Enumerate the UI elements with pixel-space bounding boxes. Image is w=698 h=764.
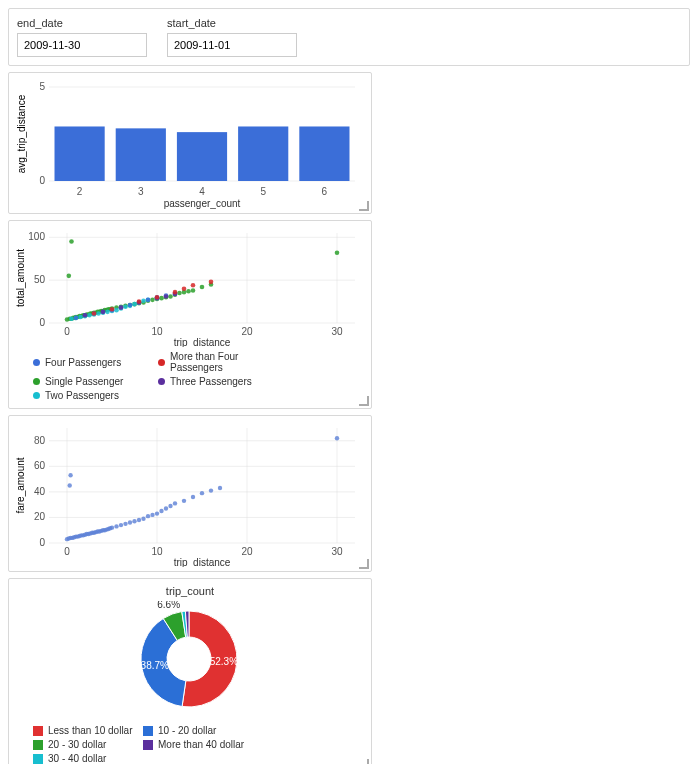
filter-end-date-input[interactable] bbox=[17, 33, 147, 57]
svg-text:60: 60 bbox=[34, 460, 46, 471]
scatter-multi-panel: 0501000102030total_amounttrip_distance F… bbox=[8, 220, 372, 409]
filter-end-date-label: end_date bbox=[17, 17, 147, 29]
svg-point-175 bbox=[132, 519, 136, 523]
resize-handle-icon[interactable] bbox=[359, 396, 369, 406]
svg-point-78 bbox=[335, 250, 340, 255]
svg-point-120 bbox=[155, 295, 160, 300]
svg-point-72 bbox=[186, 289, 191, 294]
svg-text:fare_amount: fare_amount bbox=[15, 457, 26, 513]
svg-point-79 bbox=[69, 316, 74, 321]
svg-text:0: 0 bbox=[64, 546, 70, 557]
scatter-fare-chart: 0204060800102030fare_amounttrip_distance bbox=[13, 422, 365, 567]
svg-point-70 bbox=[177, 291, 182, 296]
svg-point-187 bbox=[200, 491, 204, 495]
svg-text:100: 100 bbox=[28, 231, 45, 242]
svg-point-73 bbox=[191, 288, 196, 293]
svg-point-176 bbox=[137, 518, 141, 522]
svg-text:80: 80 bbox=[34, 435, 46, 446]
legend-item[interactable]: Single Passenger bbox=[33, 376, 158, 387]
svg-text:5: 5 bbox=[260, 186, 266, 197]
donut-chart: 52.3%38.7%6.6% bbox=[13, 601, 365, 721]
donut-title: trip_count bbox=[13, 585, 367, 597]
legend-item[interactable]: 20 - 30 dollar bbox=[33, 739, 143, 750]
svg-rect-12 bbox=[238, 126, 288, 181]
svg-text:20: 20 bbox=[241, 326, 253, 337]
svg-point-93 bbox=[132, 302, 137, 307]
svg-text:10: 10 bbox=[151, 326, 163, 337]
resize-handle-icon[interactable] bbox=[359, 201, 369, 211]
svg-text:10: 10 bbox=[151, 546, 163, 557]
svg-text:20: 20 bbox=[241, 546, 253, 557]
svg-point-83 bbox=[87, 313, 92, 318]
legend-item[interactable]: Two Passengers bbox=[33, 390, 158, 401]
svg-point-180 bbox=[155, 511, 159, 515]
svg-text:0: 0 bbox=[39, 175, 45, 186]
svg-point-123 bbox=[191, 283, 196, 288]
svg-point-173 bbox=[123, 522, 127, 526]
svg-point-77 bbox=[69, 239, 74, 244]
svg-text:2: 2 bbox=[77, 186, 83, 197]
svg-text:0: 0 bbox=[39, 537, 45, 548]
svg-point-98 bbox=[74, 316, 79, 321]
svg-text:30: 30 bbox=[331, 546, 343, 557]
svg-point-182 bbox=[164, 506, 168, 510]
svg-text:passenger_count: passenger_count bbox=[164, 198, 241, 209]
svg-point-121 bbox=[173, 290, 178, 295]
filter-start-date-label: start_date bbox=[167, 17, 297, 29]
svg-point-115 bbox=[164, 294, 169, 299]
legend-item[interactable]: Less than 10 dollar bbox=[33, 725, 143, 736]
svg-point-111 bbox=[101, 310, 106, 315]
legend-item[interactable]: 10 - 20 dollar bbox=[143, 725, 253, 736]
svg-text:30: 30 bbox=[331, 326, 343, 337]
svg-point-104 bbox=[128, 303, 133, 308]
svg-point-183 bbox=[168, 504, 172, 508]
filter-end-date: end_date bbox=[17, 17, 147, 57]
svg-text:total_amount: total_amount bbox=[15, 249, 26, 307]
svg-rect-11 bbox=[177, 132, 227, 181]
svg-text:5: 5 bbox=[39, 81, 45, 92]
svg-point-89 bbox=[114, 308, 119, 313]
svg-point-184 bbox=[173, 501, 177, 505]
bar-chart-panel: 0523456avg_trip_distancepassenger_count bbox=[8, 72, 372, 214]
svg-point-190 bbox=[68, 483, 72, 487]
donut-legend: Less than 10 dollar10 - 20 dollar20 - 30… bbox=[13, 721, 367, 764]
legend-item[interactable]: Three Passengers bbox=[158, 376, 283, 387]
svg-text:50: 50 bbox=[34, 274, 46, 285]
svg-text:52.3%: 52.3% bbox=[210, 656, 238, 667]
svg-text:3: 3 bbox=[138, 186, 144, 197]
legend-item[interactable]: More than 40 dollar bbox=[143, 739, 253, 750]
svg-text:trip_distance: trip_distance bbox=[174, 557, 231, 567]
svg-point-74 bbox=[200, 285, 205, 290]
svg-point-172 bbox=[119, 523, 123, 527]
svg-point-192 bbox=[335, 436, 339, 440]
svg-point-122 bbox=[182, 286, 187, 291]
svg-text:0: 0 bbox=[64, 326, 70, 337]
legend-item[interactable]: More than Four Passengers bbox=[158, 351, 283, 373]
bar-chart: 0523456avg_trip_distancepassenger_count bbox=[13, 79, 365, 209]
scatter-fare-panel: 0204060800102030fare_amounttrip_distance bbox=[8, 415, 372, 572]
filter-start-date-input[interactable] bbox=[167, 33, 297, 57]
svg-point-118 bbox=[110, 307, 115, 312]
svg-point-117 bbox=[92, 311, 97, 316]
scatter-multi-chart: 0501000102030total_amounttrip_distance bbox=[13, 227, 365, 347]
svg-rect-10 bbox=[116, 128, 166, 181]
svg-point-179 bbox=[150, 513, 154, 517]
svg-point-188 bbox=[209, 488, 213, 492]
svg-text:6.6%: 6.6% bbox=[157, 601, 180, 610]
resize-handle-icon[interactable] bbox=[359, 759, 369, 764]
svg-text:trip_distance: trip_distance bbox=[174, 337, 231, 347]
legend-item[interactable]: 30 - 40 dollar bbox=[33, 753, 143, 764]
svg-text:6: 6 bbox=[322, 186, 328, 197]
filter-panel: end_date start_date bbox=[8, 8, 690, 66]
svg-point-181 bbox=[159, 509, 163, 513]
svg-point-106 bbox=[146, 298, 151, 303]
svg-point-91 bbox=[123, 304, 128, 309]
svg-text:0: 0 bbox=[39, 317, 45, 328]
legend-item[interactable]: Four Passengers bbox=[33, 351, 158, 373]
svg-rect-13 bbox=[299, 126, 349, 181]
svg-text:40: 40 bbox=[34, 486, 46, 497]
svg-point-76 bbox=[67, 274, 72, 279]
svg-point-64 bbox=[150, 298, 155, 303]
resize-handle-icon[interactable] bbox=[359, 559, 369, 569]
svg-point-177 bbox=[141, 517, 145, 521]
